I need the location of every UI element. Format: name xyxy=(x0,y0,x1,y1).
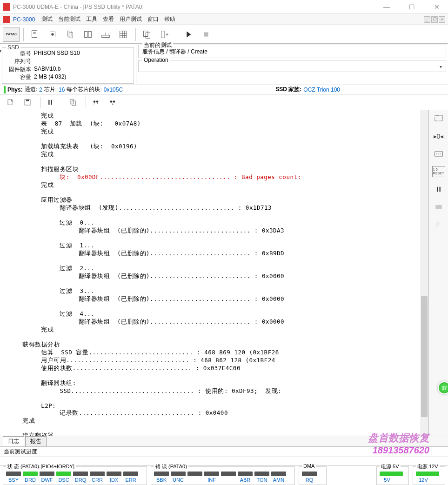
svg-rect-33 xyxy=(435,115,442,121)
window-title: PC-3000 UDMA-E - China - [PS SSD Utility… xyxy=(13,4,378,10)
led-BSY: BSY xyxy=(6,472,21,483)
status-led-icon xyxy=(4,86,6,93)
play-button[interactable] xyxy=(180,27,197,42)
menu-user-test[interactable]: 用户测试 xyxy=(120,15,142,23)
channel-value: 2 xyxy=(39,86,42,93)
menu-view[interactable]: 查看 xyxy=(103,15,114,23)
led-TON: TON xyxy=(254,472,269,483)
svg-point-31 xyxy=(110,100,113,103)
menu-window[interactable]: 窗口 xyxy=(147,15,159,23)
mdi-minimize-button[interactable]: _ xyxy=(424,16,430,23)
window-titlebar: PC-3000 UDMA-E - China - [PS SSD Utility… xyxy=(0,0,448,14)
svg-point-35 xyxy=(436,153,437,154)
tab-report[interactable]: 报告 xyxy=(25,436,47,446)
notification-badge[interactable]: 37 xyxy=(438,381,448,394)
error-group-label: 错 误 (PATA0) xyxy=(154,463,188,470)
info-panel: ▾ SSD 型号PHISON SSD S10 序列号 固件版本SABM10.b … xyxy=(0,44,448,85)
capacity-label: 容量 xyxy=(5,73,31,81)
svg-rect-40 xyxy=(435,205,441,209)
led-INF: INF xyxy=(204,472,219,483)
led-DWF: DWF xyxy=(40,472,54,483)
led-12V: 12V xyxy=(416,472,431,483)
mdi-close-button[interactable]: × xyxy=(439,16,445,23)
svg-rect-24 xyxy=(26,100,29,101)
chip-tool-icon[interactable] xyxy=(432,201,445,213)
svg-rect-20 xyxy=(161,31,165,38)
svg-point-29 xyxy=(94,100,96,103)
ssd-family-value: OCZ Trion 100 xyxy=(303,86,340,93)
svg-rect-38 xyxy=(437,187,438,192)
menu-current-test[interactable]: 当前测试 xyxy=(58,15,80,23)
svg-rect-25 xyxy=(48,100,49,105)
maximize-button[interactable]: ☐ xyxy=(403,3,420,11)
copy-pages-icon[interactable] xyxy=(139,27,155,42)
dropdown-arrow-icon[interactable]: ▾ xyxy=(0,48,1,53)
ruler-icon[interactable] xyxy=(97,27,114,42)
module-icon[interactable] xyxy=(80,27,96,42)
brand-label[interactable]: PC-3000 xyxy=(13,16,35,23)
serial-label: 序列号 xyxy=(5,58,31,66)
menu-help[interactable]: 帮助 xyxy=(164,15,175,23)
log-text[interactable]: 完成 表 87 加载 (块: 0x07A8) 完成 加载填充块表 (块: 0x0… xyxy=(0,110,428,436)
log-tabs: 日志 报告 盘首数据恢复 18913587620 xyxy=(0,436,448,447)
firmware-value: SABM10.b xyxy=(34,66,60,73)
log-error-line: 块: 0x00DF...............................… xyxy=(4,173,301,180)
scrollbar-thumb[interactable] xyxy=(421,296,428,417)
led-ABR: ABR xyxy=(238,472,253,483)
model-value: PHISON SSD S10 xyxy=(34,50,80,58)
operation-dropdown[interactable]: Operation xyxy=(138,60,446,72)
exit-icon[interactable] xyxy=(156,27,173,42)
hex-view-icon[interactable] xyxy=(432,113,445,124)
dma-group-label: DMA xyxy=(302,463,316,469)
pause-log-button[interactable] xyxy=(43,96,57,108)
wrench-icon[interactable] xyxy=(432,219,445,230)
save-log-icon[interactable] xyxy=(20,96,34,108)
phys-info-bar: Phys: 通道: 2 芯片: 16 每个芯片的块: 0x105C SSD 家族… xyxy=(0,85,448,94)
svg-rect-39 xyxy=(439,187,440,192)
menu-tools[interactable]: 工具 xyxy=(86,15,97,23)
side-pause-icon[interactable] xyxy=(432,184,445,195)
block-value: 0x105C xyxy=(104,86,123,93)
copy-log-icon[interactable] xyxy=(66,96,80,108)
pata-selector[interactable]: PATA0 xyxy=(3,27,20,42)
minimize-button[interactable]: — xyxy=(378,3,395,11)
status-area: 状 态 (PATA0)-[PIO4+IORDY] BSYDRDDWFDSCDRQ… xyxy=(0,465,448,485)
capacity-value: 2 MB (4 032) xyxy=(34,73,66,81)
open-log-icon[interactable] xyxy=(4,96,18,108)
firmware-label: 固件版本 xyxy=(5,66,31,73)
chip-icon[interactable] xyxy=(44,27,61,42)
copy-icon[interactable] xyxy=(62,27,79,42)
document-icon[interactable] xyxy=(27,27,43,42)
svg-rect-8 xyxy=(88,31,91,37)
power12v-group-label: 电源 12V xyxy=(416,463,440,470)
find-icon[interactable] xyxy=(89,96,103,108)
led-IDX: IDX xyxy=(107,472,121,483)
reset-icon[interactable]: 1 0RESET xyxy=(432,166,445,177)
tab-log[interactable]: 日志 xyxy=(3,436,24,446)
led-AMN: AMN xyxy=(271,472,286,483)
power5v-group-label: 电源 5V xyxy=(380,463,401,470)
main-toolbar: PATA0 xyxy=(0,25,448,44)
svg-point-32 xyxy=(113,100,115,103)
log-scrollbar[interactable] xyxy=(421,110,428,436)
svg-rect-21 xyxy=(204,32,208,36)
phys-label: Phys: xyxy=(7,86,23,93)
find-next-icon[interactable] xyxy=(106,96,120,108)
led-blank xyxy=(221,472,236,483)
grid-icon[interactable] xyxy=(115,27,132,42)
svg-rect-13 xyxy=(120,31,127,38)
svg-rect-9 xyxy=(102,35,110,37)
progress-label: 当前测试进度 xyxy=(0,447,448,457)
app-icon xyxy=(3,3,10,11)
board-icon[interactable] xyxy=(432,148,445,159)
close-button[interactable]: ✕ xyxy=(428,3,445,11)
mdi-restore-button[interactable]: ❐ xyxy=(431,16,438,23)
log-area: 完成 表 87 加载 (块: 0x07A8) 完成 加载填充块表 (块: 0x0… xyxy=(0,110,448,436)
model-label: 型号 xyxy=(5,50,31,58)
svg-point-30 xyxy=(96,100,99,103)
menu-test[interactable]: 测试 xyxy=(41,15,53,23)
led-5V: 5V xyxy=(380,472,395,483)
led-DRD: DRD xyxy=(23,472,38,483)
zero-icon[interactable]: ▸0◂ xyxy=(432,131,445,142)
stop-button[interactable] xyxy=(198,27,214,42)
